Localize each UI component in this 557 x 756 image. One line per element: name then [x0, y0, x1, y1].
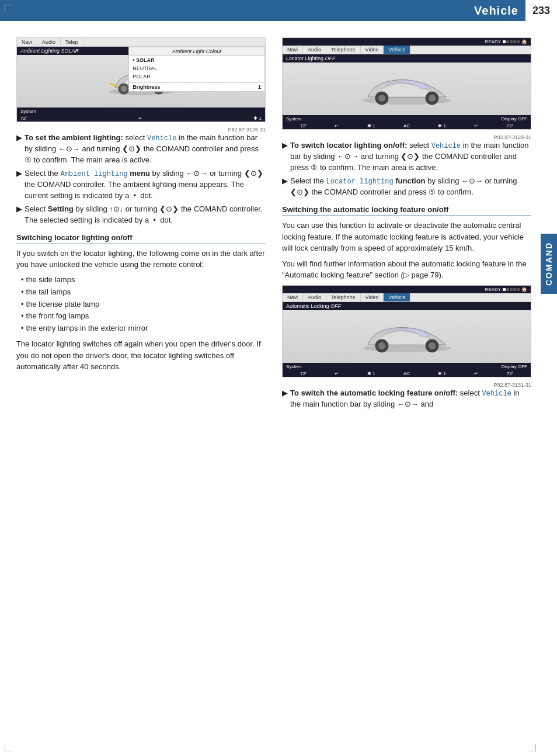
screen-ambient-lighting: Navi Audio Telep Ambient Lighting SOLAR — [16, 37, 266, 133]
screen1-left-nav: Navi Audio Telep — [17, 38, 265, 47]
bullet-select-ambient-menu-text: Select the Ambient lighting menu by slid… — [25, 168, 266, 202]
screen2-right-topbar: READY 🏠 — [283, 286, 531, 293]
caption-right1: P82.87-3128-31 — [282, 134, 531, 140]
ready-indicator2: READY 🏠 — [485, 287, 527, 292]
bullet-select-setting: ▶ Select Setting by sliding ↑⊙↓ or turni… — [16, 204, 266, 226]
svg-point-2 — [121, 86, 127, 92]
arrow-icon-2: ▶ — [16, 168, 22, 202]
section-locator-heading: Switching locator lighting on/off — [16, 233, 266, 244]
r2nav-audio: Audio — [303, 293, 326, 301]
dot2-5 — [517, 288, 520, 291]
dot3 — [510, 40, 513, 43]
list-item-side-lamps: •the side lamps — [16, 275, 266, 286]
list-item-entry-lamps: •the entry lamps in the exterior mirror — [16, 323, 266, 334]
dot2-4 — [513, 288, 516, 291]
dot5 — [517, 40, 520, 43]
dd-brightness: Brightness1 — [129, 82, 264, 91]
car-image-right1 — [357, 71, 457, 106]
dropdown-ambient: Ambient Light Colour • SOLAR NEUTRAL POL… — [128, 47, 265, 92]
screen2-right-status: 72ᶠ ↵ ✱ 1 AC ✱ 1 ↵ 72ᶠ — [283, 370, 531, 377]
dd-item-solar: • SOLAR — [129, 56, 264, 64]
svg-line-5 — [109, 83, 117, 86]
locator-para1: If you switch on the locator lighting, t… — [16, 248, 266, 271]
car-image-right2 — [357, 319, 457, 354]
dot2-3 — [510, 288, 513, 291]
locator-list: •the side lamps •the tail lamps •the lic… — [16, 275, 266, 334]
top-two-col: Navi Audio Telep Ambient Lighting SOLAR — [16, 37, 531, 415]
col-right: READY 🏠 Navi — [282, 37, 531, 415]
nav-telep: Telep — [61, 38, 83, 46]
arrow-icon-r2: ▶ — [282, 176, 288, 198]
bullet-switch-locator: ▶ To switch locator lighting on/off: sel… — [282, 140, 531, 174]
bullet-set-ambient: ▶ To set the ambient lighting: select Ve… — [16, 133, 266, 166]
screen2-right-nav: Navi Audio Telephone Video Vehicle — [283, 293, 531, 302]
dot2-2 — [506, 288, 509, 291]
screen1-status: 72ᶠ ↵ ✱ 1 — [17, 115, 265, 122]
screen1-system: System — [20, 109, 36, 114]
right-bullets-auto-lock: ▶ To switch the automatic locking featur… — [282, 388, 531, 410]
screen-locator-lighting: READY 🏠 Navi — [282, 37, 531, 140]
bullet-select-locator-text: Select the Locator lighting function by … — [290, 176, 531, 198]
r2nav-video: Video — [361, 293, 384, 301]
corner-mark-tl — [5, 5, 12, 12]
right-bullets-locator: ▶ To switch locator lighting on/off: sel… — [282, 140, 531, 198]
list-item-fog-lamps: •the front fog lamps — [16, 311, 266, 322]
bullet-set-ambient-text: To set the ambient lighting: select Vehi… — [25, 133, 266, 166]
r2nav-vehicle: Vehicle — [384, 293, 410, 301]
corner-mark-br — [529, 744, 536, 751]
screen2-right-car — [283, 310, 531, 363]
arrow-icon-3: ▶ — [16, 204, 22, 226]
caption-right2: P82.87-3131-31 — [282, 382, 531, 388]
bullet-switch-auto-lock-text: To switch the automatic locking feature … — [290, 388, 531, 410]
nav-audio: Audio — [37, 38, 61, 46]
left-bullets-1: ▶ To set the ambient lighting: select Ve… — [16, 133, 266, 226]
caption-left1: P82.87-3126-31 — [16, 127, 266, 133]
side-tab-comand: COMAND — [541, 234, 557, 294]
list-item-tail-lamps: •the tail lamps — [16, 287, 266, 298]
ready-dots2 — [503, 288, 520, 291]
page-title: Vehicle — [474, 4, 525, 18]
dropdown-title: Ambient Light Colour — [129, 47, 264, 56]
screen1-right-menubar: Locator Lighting OFF — [283, 54, 531, 63]
ready-dots — [503, 40, 520, 43]
rnav-audio: Audio — [303, 46, 326, 54]
bullet-switch-auto-lock: ▶ To switch the automatic locking featur… — [282, 388, 531, 410]
corner-mark-bl — [5, 744, 12, 751]
screen2-right: READY 🏠 Navi — [282, 285, 531, 377]
list-item-license-lamp: •the license plate lamp — [16, 299, 266, 310]
ready-indicator: READY 🏠 — [485, 39, 527, 44]
bullet-switch-locator-text: To switch locator lighting on/off: selec… — [290, 140, 531, 174]
svg-point-8 — [378, 95, 385, 102]
main-content: Navi Audio Telep Ambient Lighting SOLAR — [0, 21, 557, 425]
r2nav-telephone: Telephone — [326, 293, 361, 301]
auto-lock-para1: You can use this function to activate or… — [282, 220, 531, 254]
svg-point-13 — [378, 342, 385, 349]
screen1-right-nav: Navi Audio Telephone Video Vehicle — [283, 46, 531, 54]
screen1-right-topbar: READY 🏠 — [283, 38, 531, 46]
svg-point-15 — [429, 342, 436, 349]
screen1-left: Navi Audio Telep Ambient Lighting SOLAR — [16, 37, 266, 122]
dd-item-neutral: NEUTRAL — [129, 64, 264, 72]
screen1-right: READY 🏠 Navi — [282, 37, 531, 130]
rnav-video: Video — [361, 46, 384, 54]
screen2-right-menubar: Automatic Locking OFF — [283, 302, 531, 310]
screen1-right-car — [283, 63, 531, 115]
dot2-1 — [503, 288, 506, 291]
corner-mark-tr — [529, 5, 536, 12]
arrow-icon-r3: ▶ — [282, 388, 288, 410]
screen1-bottom-bar: System — [17, 107, 265, 115]
bullet-select-ambient-menu: ▶ Select the Ambient lighting menu by sl… — [16, 168, 266, 202]
nav-navi: Navi — [17, 38, 37, 46]
dot4 — [513, 40, 516, 43]
bullet-select-setting-text: Select Setting by sliding ↑⊙↓ or turning… — [25, 204, 266, 226]
header-bar: Vehicle 233 — [0, 0, 557, 21]
arrow-icon-1: ▶ — [16, 133, 22, 166]
screen-auto-locking: READY 🏠 Navi — [282, 285, 531, 388]
screen2-right-bottom: System Display OFF — [283, 363, 531, 370]
screen1-right-bottom: System Display OFF — [283, 115, 531, 123]
dot1 — [503, 40, 506, 43]
screen1-right-status: 72ᶠ ↵ ✱ 1 AC ✱ 1 ↵ 72ᶠ — [283, 123, 531, 129]
bullet-select-locator: ▶ Select the Locator lighting function b… — [282, 176, 531, 198]
col-left: Navi Audio Telep Ambient Lighting SOLAR — [16, 37, 266, 415]
dd-item-polar: POLAR — [129, 72, 264, 82]
